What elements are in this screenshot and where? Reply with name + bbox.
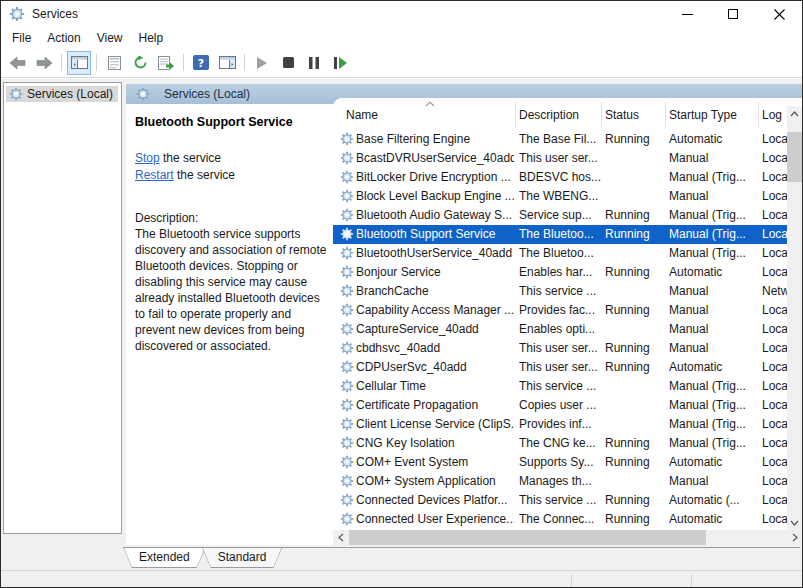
tab-extended[interactable]: Extended [123, 547, 206, 568]
table-row[interactable]: COM+ System Application Manages th... Ma… [333, 472, 787, 491]
refresh-button[interactable] [128, 51, 152, 75]
tree-item-services-local[interactable]: Services (Local) [6, 86, 118, 102]
cell-startup-type: Manual [669, 341, 757, 355]
cell-description: The CNG ke... [519, 436, 603, 450]
table-row[interactable]: BcastDVRUserService_40add This user ser.… [333, 149, 787, 168]
vertical-scrollbar[interactable] [787, 106, 802, 530]
scroll-down-icon[interactable] [787, 515, 802, 530]
table-row[interactable]: COM+ Event System Supports Sy... Running… [333, 453, 787, 472]
menu-help[interactable]: Help [131, 29, 172, 47]
column-header-name[interactable]: Name [346, 108, 378, 130]
table-row[interactable]: Certificate Propagation Copies user ... … [333, 396, 787, 415]
service-gear-icon [340, 417, 354, 431]
menu-view[interactable]: View [89, 29, 131, 47]
forward-button[interactable] [32, 51, 56, 75]
scroll-left-icon[interactable] [333, 530, 348, 545]
table-row[interactable]: Base Filtering Engine The Base Fil... Ru… [333, 130, 787, 149]
table-row[interactable]: Block Level Backup Engine ... The WBENG.… [333, 187, 787, 206]
cell-startup-type: Automatic [669, 132, 757, 146]
list-header: Name Description Status Startup Type Log [333, 98, 787, 130]
scroll-right-icon[interactable] [787, 530, 802, 545]
horizontal-scroll-thumb[interactable] [349, 530, 706, 545]
table-row[interactable]: CDPUserSvc_40add This user ser... Runnin… [333, 358, 787, 377]
cell-log-on-as: Loca [762, 151, 787, 165]
restart-service-line: Restart the service [135, 167, 323, 184]
cell-description: Provides inf... [519, 417, 603, 431]
services-node-icon [9, 87, 23, 101]
toolbar-separator [244, 54, 245, 71]
sort-ascending-icon [424, 100, 436, 108]
table-row[interactable]: CNG Key Isolation The CNG ke... Running … [333, 434, 787, 453]
cell-status: Running [605, 493, 665, 507]
restart-service-icon [334, 57, 347, 69]
table-row[interactable]: BranchCache This service ... Manual Netw [333, 282, 787, 301]
table-row[interactable]: Connected Devices Platfor... This servic… [333, 491, 787, 510]
service-gear-icon [340, 284, 354, 298]
cell-log-on-as: Loca [762, 341, 787, 355]
restart-service-button[interactable] [328, 51, 352, 75]
cell-status: Running [605, 512, 665, 526]
table-row[interactable]: Capability Access Manager ... Provides f… [333, 301, 787, 320]
column-header-startup-type[interactable]: Startup Type [669, 108, 737, 130]
restart-service-suffix: the service [174, 168, 235, 182]
cell-name: CaptureService_40add [356, 322, 514, 336]
cell-description: Supports Sy... [519, 455, 603, 469]
column-header-log-on-as[interactable]: Log [762, 108, 782, 130]
service-gear-icon [340, 265, 354, 279]
scroll-up-icon[interactable] [787, 106, 802, 121]
column-separator[interactable] [515, 102, 516, 127]
stop-service-line: Stop the service [135, 150, 323, 167]
service-gear-icon [340, 379, 354, 393]
show-console-tree-button[interactable] [67, 51, 91, 75]
properties-button[interactable] [102, 51, 126, 75]
horizontal-scrollbar[interactable] [333, 530, 802, 545]
services-app-icon [9, 6, 25, 22]
cell-description: The Bluetoo... [519, 227, 603, 241]
cell-name: BcastDVRUserService_40add [356, 151, 514, 165]
cell-name: Certificate Propagation [356, 398, 514, 412]
table-row[interactable]: Connected User Experience... The Connec.… [333, 510, 787, 529]
minimize-button[interactable] [664, 1, 710, 27]
cell-name: Client License Service (ClipS... [356, 417, 514, 431]
vertical-scroll-thumb[interactable] [787, 132, 802, 182]
column-header-description[interactable]: Description [519, 108, 579, 130]
tab-extended-label: Extended [123, 547, 206, 564]
back-button[interactable] [6, 51, 30, 75]
column-separator[interactable] [601, 102, 602, 127]
table-row[interactable]: Bluetooth Audio Gateway S... Service sup… [333, 206, 787, 225]
cell-startup-type: Manual (Trig... [669, 246, 757, 260]
table-row[interactable]: cbdhsvc_40add This user ser... Running M… [333, 339, 787, 358]
table-row[interactable]: Bluetooth Support Service The Bluetoo...… [333, 225, 787, 244]
menu-file[interactable]: File [4, 29, 39, 47]
close-button[interactable] [756, 1, 802, 27]
cell-name: CDPUserSvc_40add [356, 360, 514, 374]
cell-log-on-as: Loca [762, 208, 787, 222]
column-header-status[interactable]: Status [605, 108, 639, 130]
table-row[interactable]: BitLocker Drive Encryption ... BDESVC ho… [333, 168, 787, 187]
table-row[interactable]: BluetoothUserService_40add The Bluetoo..… [333, 244, 787, 263]
service-gear-icon [340, 170, 354, 184]
table-row[interactable]: Cellular Time This service ... Manual (T… [333, 377, 787, 396]
table-row[interactable]: Client License Service (ClipS... Provide… [333, 415, 787, 434]
cell-description: The Bluetoo... [519, 246, 603, 260]
cell-log-on-as: Loca [762, 303, 787, 317]
cell-name: Connected Devices Platfor... [356, 493, 514, 507]
stop-service-button[interactable] [276, 51, 300, 75]
column-separator[interactable] [758, 102, 759, 127]
cell-name: cbdhsvc_40add [356, 341, 514, 355]
cell-description: BDESVC hos... [519, 170, 603, 184]
column-separator[interactable] [665, 102, 666, 127]
show-action-pane-button[interactable] [215, 51, 239, 75]
cell-startup-type: Automatic [669, 360, 757, 374]
start-service-button[interactable] [250, 51, 274, 75]
restart-service-link[interactable]: Restart [135, 168, 174, 182]
stop-service-link[interactable]: Stop [135, 151, 160, 165]
maximize-button[interactable] [710, 1, 756, 27]
tab-standard[interactable]: Standard [202, 547, 283, 568]
table-row[interactable]: CaptureService_40add Enables opti... Man… [333, 320, 787, 339]
table-row[interactable]: Bonjour Service Enables har... Running A… [333, 263, 787, 282]
pause-service-button[interactable] [302, 51, 326, 75]
help-button[interactable]: ? [189, 51, 213, 75]
menu-action[interactable]: Action [39, 29, 88, 47]
export-list-button[interactable] [154, 51, 178, 75]
